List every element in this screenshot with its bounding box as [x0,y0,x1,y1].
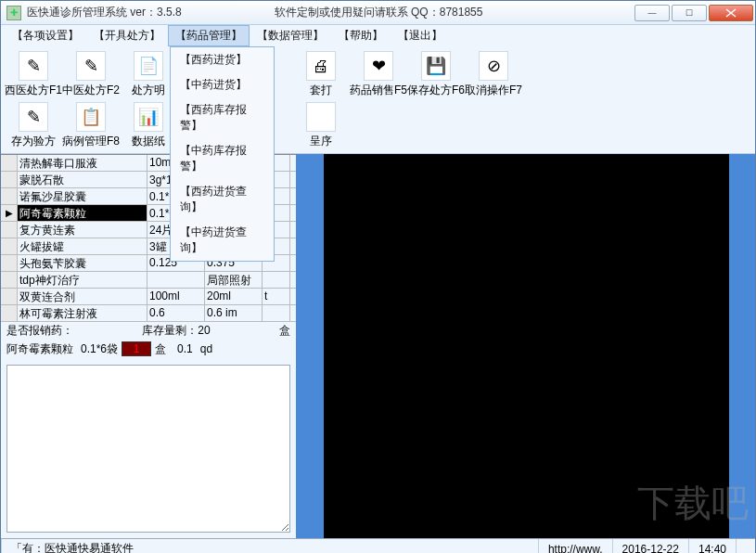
cn-rx-icon: ✎ [76,51,106,81]
data-num-label: 数据纸 [132,134,165,149]
cancel-button[interactable]: ⊘取消操作F7 [467,49,520,100]
window-title: 医快通诊所管理系统 ver：3.5.8 [27,5,182,20]
drug-sale-label: 药品销售F5 [350,83,407,98]
drug-sale-icon: ❤ [364,51,393,81]
drug-name: 蒙脱石散 [18,172,147,187]
save-check-label: 存为验方 [11,134,56,149]
maximize-button[interactable]: ☐ [672,5,707,21]
drug-spec [147,272,205,288]
drug-sale-button[interactable]: ❤药品销售F5 [352,49,405,100]
status-url: http://www. [538,539,612,553]
drug-name: 林可霉素注射液 [18,305,147,321]
presc-unit: 盒 [155,341,166,357]
menu-item-5[interactable]: 【退出】 [391,25,450,46]
table-row[interactable]: 双黄连合剂100ml20mlt [1,289,296,305]
drug-dose: 0.6 im [205,305,263,321]
status-time: 14:40 [688,539,736,553]
seq-icon [306,102,336,132]
cn-rx-label: 中医处方F2 [62,83,120,98]
print-set-label: 套打 [310,83,332,98]
status-owner-label: 「有： [11,541,45,553]
case-mgmt-label: 病例管理F8 [62,134,120,149]
case-mgmt-button[interactable]: 📋病例管理F8 [64,100,118,151]
row-marker [1,205,18,221]
save-check-button[interactable]: ✎存为验方 [6,100,60,151]
menu-item-2[interactable]: 【药品管理】 [168,25,250,46]
dropdown-item-3[interactable]: 【中药库存报警】 [171,138,274,179]
drug-ext [263,272,290,288]
menu-item-1[interactable]: 【开具处方】 [86,25,168,46]
seq-label: 呈序 [310,134,332,149]
dropdown-item-4[interactable]: 【西药进货查询】 [171,179,274,220]
drug-dose: 局部照射 [205,272,263,288]
drug-name: 头孢氨苄胶囊 [18,255,147,271]
row-marker [1,155,18,171]
drug-name: 清热解毒口服液 [18,155,147,171]
print-set-icon: 🖨 [306,51,336,81]
stock-question: 是否报销药： [6,323,73,339]
drug-name: tdp神灯治疗 [18,272,147,288]
rx-detail-icon: 📄 [134,51,163,81]
menu-item-4[interactable]: 【帮助】 [331,25,391,46]
table-row[interactable]: tdp神灯治疗局部照射 [1,272,296,289]
save-check-icon: ✎ [19,102,48,132]
west-rx-label: 西医处方F1 [5,83,62,98]
presc-dose: 0.1 [177,342,193,355]
dropdown-item-5[interactable]: 【中药进货查询】 [171,220,274,261]
row-marker [1,305,18,321]
west-rx-icon: ✎ [19,51,48,81]
row-marker [1,289,18,304]
window-right-title: 软件定制或使用疑问请联系 QQ：8781855 [275,5,483,20]
row-marker [1,188,18,204]
preview-black [324,154,729,538]
seq-button[interactable]: 呈序 [294,100,348,151]
print-set-button[interactable]: 🖨套打 [294,49,348,100]
row-marker [1,172,18,187]
status-owner: 医快通快易通软件 [45,541,134,553]
close-button[interactable] [709,5,753,21]
presc-freq: qd [200,342,212,355]
table-row[interactable]: 林可霉素注射液0.60.6 im [1,305,296,322]
menu-item-3[interactable]: 【数据管理】 [250,25,331,46]
drug-name: 阿奇霉素颗粒 [18,205,147,221]
data-num-icon: 📊 [134,102,163,132]
presc-qty[interactable]: 1 [122,341,151,356]
save-rx-label: 保存处方F6 [407,83,465,98]
save-rx-button[interactable]: 💾保存处方F6 [409,49,463,100]
drug-name: 诺氟沙星胶囊 [18,188,147,204]
dropdown-item-1[interactable]: 【中药进货】 [171,72,274,97]
drug-name: 火罐拔罐 [18,238,147,254]
drug-name: 双黄连合剂 [18,289,147,304]
preview-pane [296,154,755,538]
row-marker [1,272,18,288]
menu-item-0[interactable]: 【各项设置】 [5,25,86,46]
row-marker [1,222,18,238]
cancel-label: 取消操作F7 [465,83,522,98]
dropdown-item-0[interactable]: 【西药进货】 [171,47,274,72]
drug-ext: t [263,289,290,304]
rx-detail-button[interactable]: 📄处方明 [122,49,175,100]
save-rx-icon: 💾 [421,51,451,81]
west-rx-button[interactable]: ✎西医处方F1 [6,49,60,100]
row-marker [1,238,18,254]
presc-spec: 0.1*6袋 [81,341,118,357]
row-marker [1,255,18,271]
app-icon: ✚ [6,6,21,20]
drug-spec: 100ml [147,289,205,304]
data-num-button[interactable]: 📊数据纸 [122,100,175,151]
stock-label: 库存量剩：20 [142,323,210,339]
presc-drug: 阿奇霉素颗粒 [6,341,73,357]
minimize-button[interactable]: — [634,5,670,21]
drug-ext [263,305,290,321]
drug-spec: 0.6 [147,305,205,321]
notes-editor[interactable] [6,365,290,533]
drug-name: 复方黄连素 [18,222,147,238]
status-date: 2016-12-22 [612,539,688,553]
case-mgmt-icon: 📋 [76,102,106,132]
stock-unit: 盒 [279,323,290,339]
dropdown-item-2[interactable]: 【西药库存报警】 [171,97,274,138]
cn-rx-button[interactable]: ✎中医处方F2 [64,49,118,100]
rx-detail-label: 处方明 [132,83,165,98]
cancel-icon: ⊘ [479,51,508,81]
drug-dose: 20ml [205,289,263,304]
